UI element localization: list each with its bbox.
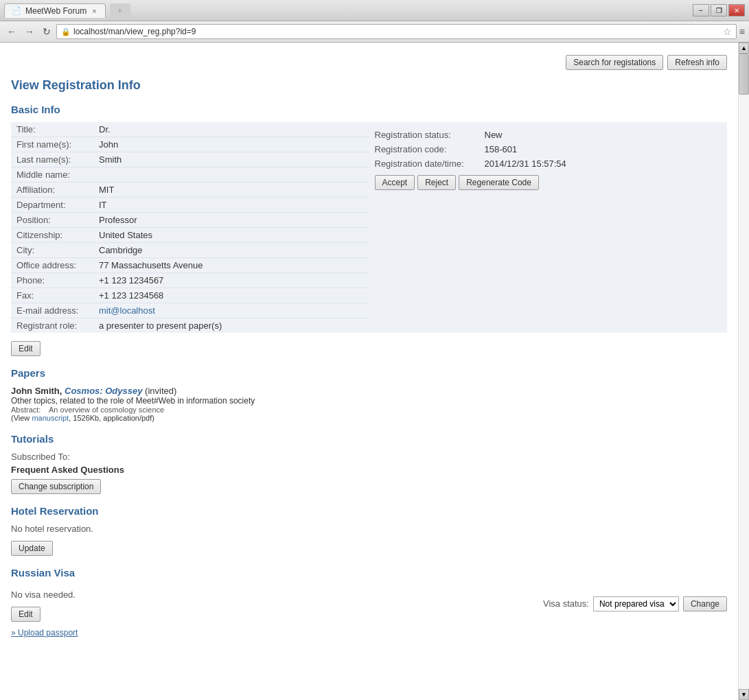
window-controls: − ❐ ✕ [693,4,745,16]
subscribed-label: Subscribed To: [11,452,727,462]
paper-authors-title: John Smith, Cosmos: Odyssey (invited) [11,386,727,396]
label-phone: Phone: [16,275,99,285]
browser-menu-icon[interactable]: ≡ [739,26,745,37]
label-fax: Fax: [16,290,99,301]
reg-code-value: 158-601 [485,144,518,154]
label-middlename: Middle name: [16,170,99,180]
title-bar: 📄 MeetWeb Forum × + − ❐ ✕ [0,0,749,21]
minimize-button[interactable]: − [693,4,709,16]
info-row-department: Department: IT [11,198,369,213]
regenerate-code-button[interactable]: Regenerate Code [459,175,539,190]
scroll-thumb[interactable] [739,54,749,95]
visa-left-col: No visa needed. Edit [11,585,76,622]
subscribed-tutorial-name: Frequent Asked Questions [11,465,727,475]
reg-code-label: Registration code: [375,144,485,154]
label-firstname: First name(s): [16,139,99,150]
visa-change-button[interactable]: Change [683,596,727,611]
update-btn-row: Update [11,541,727,556]
browser-chrome: 📄 MeetWeb Forum × + − ❐ ✕ ← → ↻ 🔒 localh… [0,0,749,43]
visa-status-label: Visa status: [543,598,589,609]
tab-close-button[interactable]: × [91,7,97,15]
scroll-up-button[interactable]: ▲ [739,43,749,54]
reg-datetime-row: Registration date/time: 2014/12/31 15:57… [375,156,722,171]
label-position: Position: [16,215,99,225]
info-row-firstname: First name(s): John [11,137,369,152]
tutorials-section: Tutorials Subscribed To: Frequent Asked … [11,433,727,494]
refresh-button[interactable]: ↻ [40,25,54,38]
papers-section-title: Papers [11,367,727,379]
basic-info-edit-button[interactable]: Edit [11,341,41,356]
label-office: Office address: [16,260,99,270]
reg-code-row: Registration code: 158-601 [375,142,722,156]
label-email: E-mail address: [16,305,99,316]
label-department: Department: [16,200,99,210]
paper-entry: John Smith, Cosmos: Odyssey (invited) Ot… [11,386,727,422]
reg-datetime-value: 2014/12/31 15:57:54 [485,159,566,169]
value-firstname: John [99,139,118,150]
change-subscription-button[interactable]: Change subscription [11,479,101,494]
info-row-office: Office address: 77 Massachusetts Avenue [11,258,369,273]
browser-tab[interactable]: 📄 MeetWeb Forum × [4,3,106,18]
visa-section-title: Russian Visa [11,567,727,579]
paper-abstract: Abstract: An overview of cosmology scien… [11,406,727,414]
upload-passport-row: » Upload passport [11,627,727,638]
value-role: a presenter to present paper(s) [99,320,222,331]
info-row-fax: Fax: +1 123 1234568 [11,288,369,303]
paper-manuscript-row: (View manuscript, 1526Kb, application/pd… [11,414,727,422]
russian-visa-section: Russian Visa No visa needed. Edit Visa s… [11,567,727,638]
refresh-info-button[interactable]: Refresh info [667,55,727,70]
info-row-phone: Phone: +1 123 1234567 [11,273,369,288]
address-bar[interactable]: 🔒 localhost/man/view_reg.php?id=9 ☆ [56,24,737,39]
upload-passport-link[interactable]: » Upload passport [11,628,78,638]
value-title: Dr. [99,124,111,135]
title-bar-left: 📄 MeetWeb Forum × + [4,3,130,18]
new-tab-area[interactable]: + [110,3,130,17]
value-position: Professor [99,215,137,225]
no-visa-text: No visa needed. [11,590,76,600]
value-citizenship: United States [99,230,152,240]
basic-info-grid: Title: Dr. First name(s): John Last name… [11,122,727,333]
forward-button[interactable]: → [22,25,37,38]
accept-button[interactable]: Accept [375,175,415,190]
basic-info-left: Title: Dr. First name(s): John Last name… [11,122,369,333]
restore-button[interactable]: ❐ [711,4,727,16]
info-row-position: Position: Professor [11,213,369,228]
manuscript-link[interactable]: manuscript [32,414,69,422]
view-suffix: , 1526Kb, application/pdf) [69,414,154,422]
scrollbar[interactable]: ▲ ▼ [738,43,749,700]
content-area: Search for registations Refresh info Vie… [0,43,738,700]
value-department: IT [99,200,107,210]
tab-icon: 📄 [12,6,21,15]
hotel-update-button[interactable]: Update [11,541,53,556]
value-phone: +1 123 1234567 [99,275,163,285]
search-registrations-button[interactable]: Search for registations [566,55,663,70]
hotel-section: Hotel Reservation No hotel reservation. … [11,505,727,556]
bookmark-icon[interactable]: ☆ [723,26,732,37]
page-title: View Registration Info [11,78,727,93]
visa-status-select[interactable]: Not prepared visa Prepared visa Visa iss… [593,596,679,611]
view-prefix: (View [11,414,32,422]
back-button[interactable]: ← [4,25,19,38]
value-email[interactable]: mit@localhost [99,305,155,316]
close-button[interactable]: ✕ [728,4,745,16]
label-affiliation: Affiliation: [16,185,99,195]
visa-right-col: Visa status: Not prepared visa Prepared … [543,596,727,611]
value-lastname: Smith [99,154,122,165]
paper-title: Cosmos: Odyssey [65,386,145,396]
basic-info-section-title: Basic Info [11,104,727,115]
scroll-down-button[interactable]: ▼ [739,689,749,700]
hotel-section-title: Hotel Reservation [11,505,727,517]
label-lastname: Last name(s): [16,154,99,165]
paper-topic: Other topics, related to the role of Mee… [11,396,727,406]
scroll-track[interactable] [739,54,749,689]
abstract-label: Abstract: An overview of cosmology scien… [11,406,164,414]
registration-action-buttons: Accept Reject Regenerate Code [375,175,722,190]
nav-bar: ← → ↻ 🔒 localhost/man/view_reg.php?id=9 … [0,21,749,43]
visa-row: No visa needed. Edit Visa status: Not pr… [11,585,727,622]
reject-button[interactable]: Reject [417,175,456,190]
visa-edit-button[interactable]: Edit [11,607,41,622]
tutorials-section-title: Tutorials [11,433,727,445]
tab-title: MeetWeb Forum [25,6,87,16]
label-citizenship: Citizenship: [16,230,99,240]
info-row-citizenship: Citizenship: United States [11,228,369,243]
